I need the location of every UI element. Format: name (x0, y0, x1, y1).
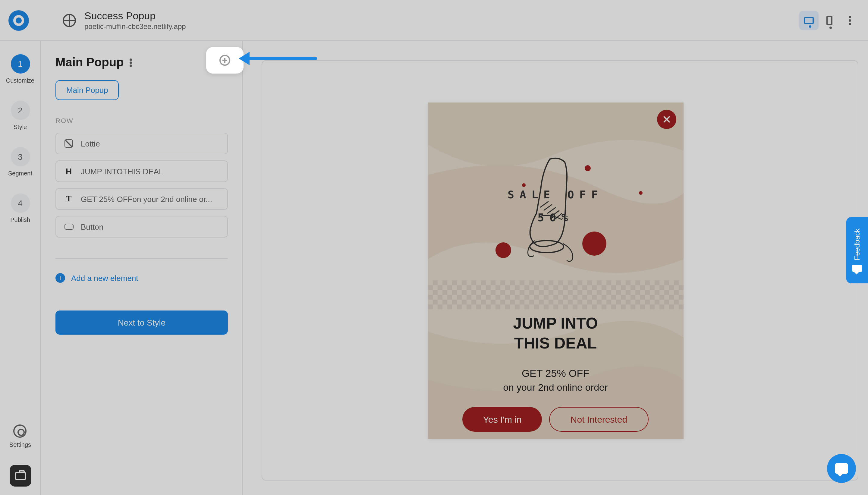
plus-icon: + (55, 273, 65, 283)
laptop-icon (804, 17, 814, 24)
mobile-icon (827, 15, 832, 25)
shoe-icon (519, 153, 592, 268)
add-step-button[interactable] (206, 47, 244, 73)
step-label: Style (14, 124, 27, 130)
element-label: Button (81, 222, 103, 231)
element-button[interactable]: Button (55, 216, 228, 238)
panel-menu-button[interactable] (130, 58, 132, 67)
close-button[interactable] (657, 110, 676, 129)
settings-button[interactable]: Settings (9, 425, 31, 448)
add-element-label: Add a new element (71, 273, 138, 283)
step-number: 3 (11, 147, 30, 166)
feedback-tab[interactable]: Feedback (846, 217, 868, 284)
gear-icon (14, 425, 27, 438)
panel-title: Main Popup (55, 55, 124, 69)
step-segment[interactable]: 3 Segment (8, 147, 32, 177)
text-icon: T (66, 194, 72, 204)
element-heading[interactable]: H JUMP INTOTHIS DEAL (55, 160, 228, 182)
element-label: JUMP INTOTHIS DEAL (81, 167, 163, 176)
popup-tab[interactable]: Main Popup (55, 80, 119, 100)
step-number: 1 (11, 54, 30, 73)
editor-panel: Main Popup Main Popup ROW Lottie H JUMP … (41, 41, 243, 495)
preview-sub1: GET 25% OFF (428, 368, 683, 380)
heading-line2: THIS DEAL (428, 333, 683, 353)
element-lottie[interactable]: Lottie (55, 133, 228, 154)
shoe-illustration: SALE OFF 50% (428, 153, 683, 280)
heading-line1: JUMP INTO (428, 313, 683, 333)
briefcase-icon (15, 472, 25, 480)
step-number: 4 (11, 193, 30, 213)
element-label: Lottie (81, 139, 100, 148)
chat-fab[interactable] (827, 454, 856, 483)
settings-label: Settings (9, 441, 31, 448)
header: Success Popup poetic-muffin-cbc3ee.netli… (0, 0, 868, 41)
next-button[interactable]: Next to Style (55, 310, 228, 335)
title-block: Success Popup poetic-muffin-cbc3ee.netli… (84, 10, 186, 31)
popup-preview: SALE OFF 50% (428, 102, 683, 439)
preview-heading: JUMP INTO THIS DEAL (428, 313, 683, 353)
more-icon (849, 15, 851, 25)
step-customize[interactable]: 1 Customize (6, 54, 35, 84)
toolbox-button[interactable] (9, 465, 31, 487)
yes-button[interactable]: Yes I'm in (463, 407, 542, 432)
more-menu-button[interactable] (840, 11, 860, 30)
section-label: ROW (55, 117, 228, 124)
not-interested-button[interactable]: Not Interested (550, 407, 648, 432)
step-rail: 1 Customize 2 Style 3 Segment 4 Publish … (0, 41, 41, 495)
feedback-label: Feedback (853, 228, 861, 260)
preview-sub2: on your 2nd online order (428, 382, 683, 393)
divider (55, 258, 228, 259)
mobile-view-button[interactable] (820, 11, 839, 30)
chat-bubble-icon (835, 463, 848, 474)
add-element-button[interactable]: + Add a new element (55, 273, 228, 283)
decorative-dot (495, 242, 511, 258)
desktop-view-button[interactable] (799, 11, 819, 30)
step-label: Customize (6, 77, 35, 84)
step-label: Segment (8, 170, 32, 177)
step-number: 2 (11, 101, 30, 120)
sale-text-line1: SALE OFF (428, 188, 683, 201)
element-text[interactable]: T GET 25% OFFon your 2nd online or... (55, 188, 228, 210)
page-subtitle: poetic-muffin-cbc3ee.netlify.app (84, 22, 186, 31)
element-label: GET 25% OFFon your 2nd online or... (81, 194, 212, 204)
heading-icon: H (66, 166, 72, 176)
lottie-icon (65, 139, 73, 148)
step-publish[interactable]: 4 Publish (10, 193, 30, 223)
app-logo[interactable] (8, 10, 29, 31)
page-title: Success Popup (84, 10, 186, 22)
canvas: SALE OFF 50% (243, 41, 868, 495)
tutorial-arrow (245, 57, 317, 60)
step-style[interactable]: 2 Style (11, 101, 30, 130)
checker-pattern (428, 280, 683, 309)
button-icon (64, 224, 73, 230)
chat-icon (852, 265, 862, 272)
step-label: Publish (10, 217, 30, 223)
globe-icon[interactable] (63, 14, 76, 27)
sale-text-line2: 50% (428, 211, 683, 224)
plus-icon (220, 55, 230, 66)
